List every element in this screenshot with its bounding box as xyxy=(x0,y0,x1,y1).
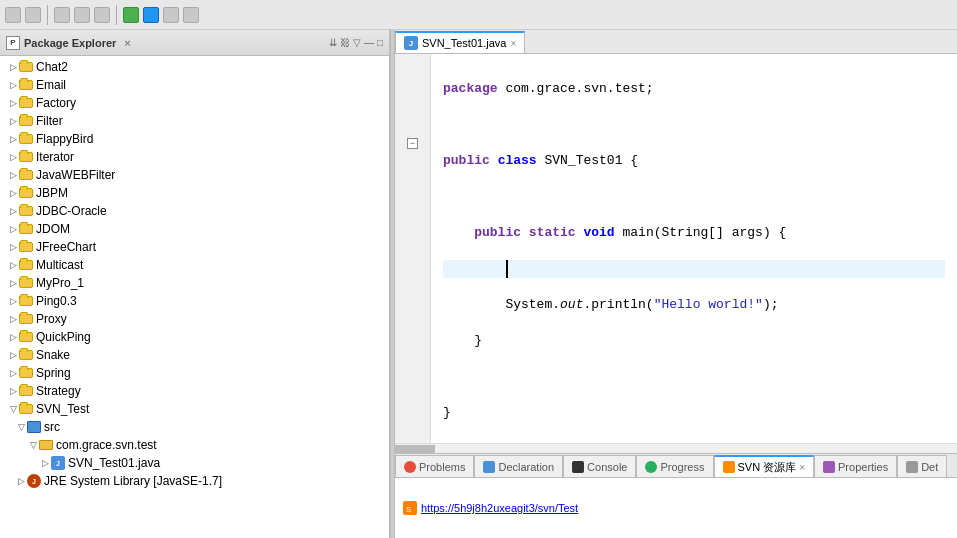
toolbar-icon-debug[interactable] xyxy=(143,7,159,23)
tree-item-filter[interactable]: ▷ Filter xyxy=(0,112,389,130)
expand-arrow: ▷ xyxy=(8,276,18,290)
collapse-all-icon[interactable]: ⇊ xyxy=(329,37,337,48)
tree-item-iterator[interactable]: ▷ Iterator xyxy=(0,148,389,166)
svn-tab-close[interactable]: × xyxy=(799,462,805,473)
panel-actions: ⇊ ⛓ ▽ — □ xyxy=(329,37,383,48)
tree-item-label: JDOM xyxy=(36,222,70,236)
toolbar-icon-5[interactable] xyxy=(94,7,110,23)
expand-arrow: ▷ xyxy=(8,78,18,92)
folder-icon-jdom xyxy=(19,223,33,235)
tab-declaration[interactable]: Declaration xyxy=(474,455,563,477)
minimize-icon[interactable]: — xyxy=(364,37,374,48)
code-line-8: } xyxy=(443,332,945,350)
folder-icon-filter xyxy=(19,115,33,127)
toolbar-icon-run[interactable] xyxy=(123,7,139,23)
panel-title-text: Package Explorer xyxy=(24,37,116,49)
tab-properties[interactable]: Properties xyxy=(814,455,897,477)
toolbar-icon-3[interactable] xyxy=(54,7,70,23)
folder-icon-multicast xyxy=(19,259,33,271)
gutter-line-6 xyxy=(395,152,430,170)
left-panel: P Package Explorer × ⇊ ⛓ ▽ — □ ▷ Chat2 ▷ xyxy=(0,30,390,538)
gutter-line-1 xyxy=(395,62,430,80)
tree-item-label: JRE System Library [JavaSE-1.7] xyxy=(44,474,222,488)
tree-item-label: FlappyBird xyxy=(36,132,93,146)
tree-item-proxy[interactable]: ▷ Proxy xyxy=(0,310,389,328)
toolbar-icon-4[interactable] xyxy=(74,7,90,23)
svn-tab-icon xyxy=(723,461,735,473)
tree-item-mypro1[interactable]: ▷ MyPro_1 xyxy=(0,274,389,292)
package-explorer-icon: P xyxy=(6,36,20,50)
gutter-line-9 xyxy=(395,206,430,224)
toolbar xyxy=(0,0,957,30)
tab-det[interactable]: Det xyxy=(897,455,947,477)
tree-item-label: Strategy xyxy=(36,384,81,398)
expand-arrow: ▷ xyxy=(8,384,18,398)
str-hello: "Hello world!" xyxy=(654,296,763,314)
expand-arrow-jf: ▷ xyxy=(40,456,50,470)
gutter-line-4 xyxy=(395,116,430,134)
tree-item-email[interactable]: ▷ Email xyxy=(0,76,389,94)
tree-item-strategy[interactable]: ▷ Strategy xyxy=(0,382,389,400)
tree-item-chat2[interactable]: ▷ Chat2 xyxy=(0,58,389,76)
panel-close-icon[interactable]: × xyxy=(124,37,130,49)
properties-icon xyxy=(823,461,835,473)
panel-menu-icon[interactable]: ▽ xyxy=(353,37,361,48)
kw-public-2: public xyxy=(474,224,521,242)
tree-item-flappybird[interactable]: ▷ FlappyBird xyxy=(0,130,389,148)
tree-item-label: Proxy xyxy=(36,312,67,326)
gutter-line-7 xyxy=(395,170,430,188)
folder-icon-strategy xyxy=(19,385,33,397)
tree-item-label: MyPro_1 xyxy=(36,276,84,290)
cursor xyxy=(506,260,516,278)
folder-icon-spring xyxy=(19,367,33,379)
collapse-marker-icon[interactable]: − xyxy=(407,138,418,149)
tree-item-package[interactable]: ▽ com.grace.svn.test xyxy=(0,436,389,454)
gutter-line-5-collapse[interactable]: − xyxy=(395,134,430,152)
tree-item-factory[interactable]: ▷ Factory xyxy=(0,94,389,112)
tab-progress[interactable]: Progress xyxy=(636,455,713,477)
tree-item-label: Multicast xyxy=(36,258,83,272)
h-scroll-thumb[interactable] xyxy=(395,445,435,453)
tree-item-jbpm[interactable]: ▷ JBPM xyxy=(0,184,389,202)
java-tab-icon: J xyxy=(404,36,418,50)
expand-arrow: ▷ xyxy=(8,366,18,380)
tree-item-src[interactable]: ▽ src xyxy=(0,418,389,436)
tree-item-javawebfilter[interactable]: ▷ JavaWEBFilter xyxy=(0,166,389,184)
gutter: − xyxy=(395,54,431,443)
tree-item-jdom[interactable]: ▷ JDOM xyxy=(0,220,389,238)
tree-item-multicast[interactable]: ▷ Multicast xyxy=(0,256,389,274)
toolbar-icon-7[interactable] xyxy=(163,7,179,23)
tree-item-label: Filter xyxy=(36,114,63,128)
tab-close-button[interactable]: × xyxy=(510,38,516,49)
link-with-editor-icon[interactable]: ⛓ xyxy=(340,37,350,48)
horizontal-scrollbar[interactable] xyxy=(395,443,957,453)
svn-url-link[interactable]: https://5h9j8h2uxeagit3/svn/Test xyxy=(421,502,578,514)
tree-item-jre[interactable]: ▷ J JRE System Library [JavaSE-1.7] xyxy=(0,472,389,490)
toolbar-icon-1[interactable] xyxy=(5,7,21,23)
tree-item-svn-test[interactable]: ▽ SVN_Test xyxy=(0,400,389,418)
toolbar-separator-2 xyxy=(116,5,117,25)
jre-icon-el: J xyxy=(27,475,41,487)
toolbar-icon-8[interactable] xyxy=(183,7,199,23)
tab-problems[interactable]: Problems xyxy=(395,455,474,477)
tree-item-spring[interactable]: ▷ Spring xyxy=(0,364,389,382)
tree-item-ping03[interactable]: ▷ Ping0.3 xyxy=(0,292,389,310)
folder-icon-jbpm xyxy=(19,187,33,199)
toolbar-icon-2[interactable] xyxy=(25,7,41,23)
tree-item-jfreechart[interactable]: ▷ JFreeChart xyxy=(0,238,389,256)
expand-arrow: ▷ xyxy=(8,114,18,128)
expand-arrow: ▷ xyxy=(8,258,18,272)
maximize-icon[interactable]: □ xyxy=(377,37,383,48)
tree-item-snake[interactable]: ▷ Snake xyxy=(0,346,389,364)
tab-console[interactable]: Console xyxy=(563,455,636,477)
tab-svn[interactable]: SVN 资源库 × xyxy=(714,455,815,477)
tree-item-java-file[interactable]: ▷ J SVN_Test01.java xyxy=(0,454,389,472)
kw-public-1: public xyxy=(443,152,490,170)
tree-item-quickping[interactable]: ▷ QuickPing xyxy=(0,328,389,346)
folder-icon-quickping xyxy=(19,331,33,343)
tree-item-label: com.grace.svn.test xyxy=(56,438,157,452)
code-content[interactable]: package com.grace.svn.test; public class… xyxy=(431,54,957,443)
editor-tab-svntest01[interactable]: J SVN_Test01.java × xyxy=(395,31,525,53)
tree-item-jdbc-oracle[interactable]: ▷ JDBC-Oracle xyxy=(0,202,389,220)
code-line-3: public class SVN_Test01 { xyxy=(443,152,945,170)
